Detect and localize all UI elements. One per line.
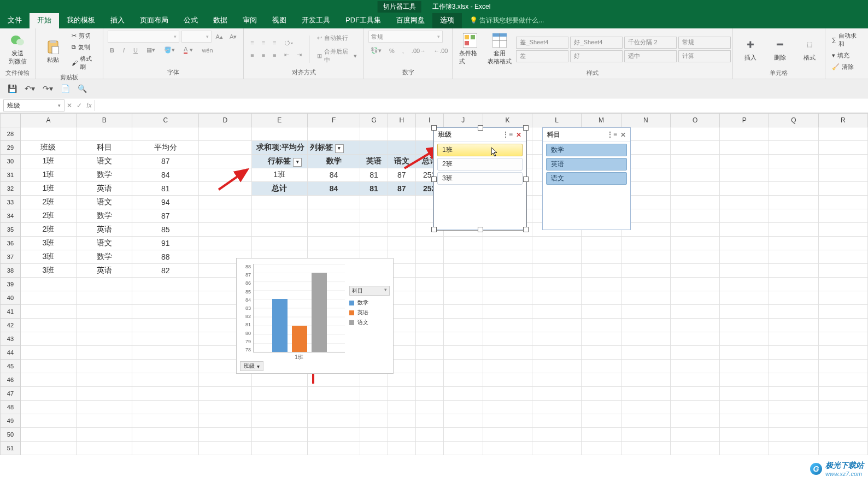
- cell[interactable]: [483, 332, 532, 346]
- style-cell[interactable]: 差: [516, 50, 568, 62]
- cell[interactable]: [582, 401, 621, 414]
- cell[interactable]: [532, 360, 582, 373]
- cell[interactable]: [199, 237, 251, 250]
- cell[interactable]: [483, 346, 532, 360]
- cell[interactable]: [720, 223, 769, 237]
- cell[interactable]: [77, 387, 132, 401]
- style-cell[interactable]: 千位分隔 2: [624, 37, 677, 49]
- cell[interactable]: 语文: [77, 196, 132, 209]
- cell[interactable]: 求和项:平均分: [251, 141, 307, 155]
- cell[interactable]: [443, 278, 483, 291]
- tab-公式[interactable]: 公式: [176, 12, 206, 28]
- cell[interactable]: [818, 428, 867, 442]
- cell[interactable]: [720, 346, 769, 360]
- cell[interactable]: [483, 278, 532, 291]
- redo-button[interactable]: ↷▾: [43, 84, 53, 93]
- cell[interactable]: [483, 401, 532, 414]
- cell[interactable]: [670, 168, 719, 182]
- cell[interactable]: [415, 264, 443, 278]
- cell[interactable]: [388, 387, 415, 401]
- row-header[interactable]: 29: [1, 141, 21, 155]
- cell[interactable]: [670, 264, 719, 278]
- cell[interactable]: [415, 305, 443, 319]
- tab-百度网盘[interactable]: 百度网盘: [389, 12, 432, 28]
- cell[interactable]: [443, 442, 483, 455]
- cell[interactable]: [77, 442, 132, 455]
- cell[interactable]: [360, 127, 388, 141]
- col-header[interactable]: A: [20, 114, 76, 127]
- cell[interactable]: [621, 360, 670, 373]
- cell[interactable]: [818, 278, 867, 291]
- cell[interactable]: [20, 332, 76, 346]
- cell[interactable]: [77, 428, 132, 442]
- cell[interactable]: [443, 387, 483, 401]
- cell[interactable]: [443, 428, 483, 442]
- cell[interactable]: [20, 373, 76, 387]
- cell[interactable]: [483, 414, 532, 428]
- row-header[interactable]: 44: [1, 346, 21, 360]
- cell[interactable]: 数学: [77, 168, 132, 182]
- cell[interactable]: [77, 373, 132, 387]
- cell[interactable]: 87: [132, 209, 199, 223]
- cell[interactable]: [720, 141, 769, 155]
- cell[interactable]: [818, 223, 867, 237]
- orientation-button[interactable]: ⭯▾: [282, 38, 296, 47]
- cell[interactable]: [415, 442, 443, 455]
- row-header[interactable]: 47: [1, 387, 21, 401]
- tab-页面布局[interactable]: 页面布局: [132, 12, 176, 28]
- cell[interactable]: [532, 332, 582, 346]
- cell[interactable]: [388, 196, 415, 209]
- cell[interactable]: 语文: [77, 237, 132, 250]
- cell[interactable]: [769, 442, 818, 455]
- tab-开发工具[interactable]: 开发工具: [294, 12, 338, 28]
- cell[interactable]: 91: [132, 237, 199, 250]
- cell[interactable]: [720, 250, 769, 264]
- cell[interactable]: [532, 278, 582, 291]
- table-format-button[interactable]: 套用 表格格式: [486, 31, 513, 68]
- cell[interactable]: [388, 414, 415, 428]
- format-cells-button[interactable]: ⬚格式: [796, 31, 823, 68]
- cell[interactable]: [443, 264, 483, 278]
- cell[interactable]: [769, 346, 818, 360]
- cell[interactable]: 数学: [307, 155, 360, 168]
- cell[interactable]: [582, 346, 621, 360]
- cell[interactable]: [532, 319, 582, 332]
- cell[interactable]: [769, 141, 818, 155]
- cell[interactable]: [132, 360, 199, 373]
- cell[interactable]: [769, 305, 818, 319]
- cell[interactable]: [77, 360, 132, 373]
- cell[interactable]: [443, 346, 483, 360]
- cell[interactable]: [720, 360, 769, 373]
- cell[interactable]: 英语: [360, 155, 388, 168]
- row-header[interactable]: 45: [1, 360, 21, 373]
- cell[interactable]: [415, 373, 443, 387]
- cell[interactable]: [415, 401, 443, 414]
- cell[interactable]: [818, 264, 867, 278]
- row-header[interactable]: 42: [1, 319, 21, 332]
- cell[interactable]: [582, 305, 621, 319]
- cell[interactable]: [20, 387, 76, 401]
- cell[interactable]: [621, 332, 670, 346]
- cell[interactable]: 1班: [20, 168, 76, 182]
- cell[interactable]: [360, 387, 388, 401]
- cell[interactable]: [132, 127, 199, 141]
- row-header[interactable]: 51: [1, 442, 21, 455]
- tab-插入[interactable]: 插入: [103, 12, 132, 28]
- cell[interactable]: 1班: [20, 155, 76, 168]
- cell[interactable]: [415, 319, 443, 332]
- cell[interactable]: 行标签▾: [251, 155, 307, 168]
- cell[interactable]: [670, 305, 719, 319]
- row-header[interactable]: 37: [1, 250, 21, 264]
- cell[interactable]: [415, 332, 443, 346]
- increase-font-button[interactable]: A▴: [214, 32, 225, 42]
- cell[interactable]: [769, 250, 818, 264]
- cell[interactable]: 84: [307, 168, 360, 182]
- cell[interactable]: [582, 332, 621, 346]
- cell[interactable]: [532, 346, 582, 360]
- slicer-item[interactable]: 2班: [437, 158, 523, 171]
- cell[interactable]: [251, 428, 307, 442]
- name-box[interactable]: 班级▾: [3, 99, 64, 111]
- col-header[interactable]: N: [621, 114, 670, 127]
- cell[interactable]: [20, 127, 76, 141]
- cell[interactable]: [818, 127, 867, 141]
